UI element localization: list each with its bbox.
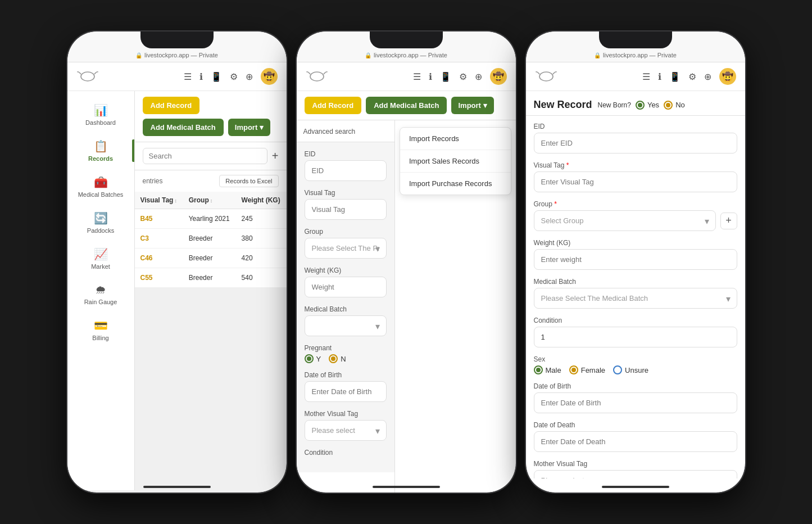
group-cell-2: Breeder [183,229,236,249]
weight-group-3: Weight (KG) [534,239,737,270]
dob-input-2[interactable] [305,381,387,402]
phone-icon-2[interactable]: 📱 [440,71,451,82]
avatar-3[interactable]: 🤠 [719,68,736,85]
eid-input-3[interactable] [534,133,737,153]
dod-input-3[interactable] [534,431,737,452]
sidebar-1: 📊 Dashboard 📋 Records 🧰 Medical Batches … [67,91,135,490]
search-input-1[interactable] [143,148,267,164]
condition-label-3: Condition [534,317,737,324]
visual-tag-label-3: Visual Tag * [534,161,737,169]
group-form-group-2: Group Please Select The Product [305,228,387,259]
import-records-item[interactable]: Import Records [400,128,511,150]
hamburger-icon-2[interactable]: ☰ [413,71,421,82]
group-select-2[interactable]: Please Select The Product [305,238,387,259]
adv-search-label[interactable]: Advanced search [303,128,356,135]
sidebar-item-dashboard[interactable]: 📊 Dashboard [67,97,134,133]
app-header-2: ☰ ℹ 📱 ⚙ ⊕ 🤠 [297,62,516,91]
mother-select-2[interactable]: Please select [305,420,387,441]
mother-label-2: Mother Visual Tag [305,410,387,418]
female-radio-item[interactable]: Female [569,365,605,374]
condition-input-3[interactable] [534,327,737,347]
avatar-2[interactable]: 🤠 [490,68,507,85]
medical-select-2[interactable] [305,315,387,336]
phone-icon-1[interactable]: 📱 [211,71,222,82]
visual-tag-group-3: Visual Tag * [534,161,737,192]
no-radio[interactable] [664,101,673,110]
visual-tag-group-2: Visual Tag [305,189,387,220]
info-icon-3[interactable]: ℹ [658,71,661,82]
search-plus-1[interactable]: + [272,150,279,162]
move-icon-3[interactable]: ⊕ [704,71,711,82]
no-radio-item[interactable]: No [664,101,685,110]
import-sales-item[interactable]: Import Sales Records [400,150,511,173]
settings-icon-1[interactable]: ⚙ [230,71,238,82]
unsure-radio-item[interactable]: Unsure [613,365,648,374]
sidebar-item-rain[interactable]: 🌧 Rain Gauge [67,277,134,312]
medical-select-3[interactable]: Please Select The Medical Batch [534,288,737,309]
add-medical-button-2[interactable]: Add Medical Batch [366,97,447,114]
tag-link-c3[interactable]: C3 [140,234,149,242]
weight-label-2: Weight (KG) [305,266,387,274]
female-radio[interactable] [569,365,578,374]
weight-cell-4: 540 [236,268,287,288]
sidebar-item-billing[interactable]: 💳 Billing [67,312,134,348]
pregnant-n-radio[interactable] [329,354,338,363]
table-row: B45 Yearling 2021 245 [135,209,287,229]
male-radio[interactable] [534,365,543,374]
tag-link-b45[interactable]: B45 [140,215,153,223]
tag-link-c55[interactable]: C55 [140,274,153,282]
sidebar-label-paddocks: Paddocks [87,227,114,234]
sidebar-item-market[interactable]: 📈 Market [67,241,134,277]
import-purchase-item[interactable]: Import Purchase Records [400,173,511,195]
import-button-1[interactable]: Import ▾ [228,119,270,136]
yes-radio[interactable] [636,101,645,110]
import-arrow-2: ▾ [483,101,487,110]
sidebar-item-medical[interactable]: 🧰 Medical Batches [67,169,134,205]
sidebar-label-medical: Medical Batches [78,191,124,198]
phone-icon-3[interactable]: 📱 [669,71,681,82]
sidebar-item-records[interactable]: 📋 Records [67,133,134,169]
tag-link-c46[interactable]: C46 [140,254,153,262]
unsure-radio[interactable] [613,365,622,374]
male-radio-item[interactable]: Male [534,365,561,374]
avatar-1[interactable]: 🤠 [261,68,278,85]
settings-icon-3[interactable]: ⚙ [688,71,696,82]
pregnant-group-2: Pregnant Y N [305,344,387,363]
eid-input-2[interactable] [305,160,387,181]
group-select-wrapper-3: Select Group [534,210,716,231]
table-row: C55 Breeder 540 [135,268,287,288]
condition-label-2: Condition [305,449,387,457]
weight-input-3[interactable] [534,249,737,270]
export-button-1[interactable]: Records to Excel [219,175,278,187]
records-icon: 📋 [94,139,108,153]
group-add-button-3[interactable]: + [720,213,737,229]
info-icon-2[interactable]: ℹ [429,71,432,82]
add-record-button-2[interactable]: Add Record [305,97,362,114]
yes-radio-item[interactable]: Yes [636,101,659,110]
hamburger-icon-1[interactable]: ☰ [184,71,192,82]
sidebar-item-paddocks[interactable]: 🔄 Paddocks [67,205,134,241]
pregnant-y-radio[interactable] [305,354,314,363]
pregnant-n-item[interactable]: N [329,354,346,363]
hamburger-icon-3[interactable]: ☰ [642,71,650,82]
add-record-button-1[interactable]: Add Record [143,97,200,114]
move-icon-2[interactable]: ⊕ [475,71,482,82]
group-cell-4: Breeder [183,268,236,288]
visual-tag-input-3[interactable] [534,171,737,192]
import-button-2[interactable]: Import ▾ [451,97,493,114]
settings-icon-2[interactable]: ⚙ [459,71,467,82]
pregnant-y-item[interactable]: Y [305,354,321,363]
move-icon-1[interactable]: ⊕ [246,71,253,82]
dob-input-3[interactable] [534,392,737,413]
info-icon-1[interactable]: ℹ [199,71,203,82]
visual-tag-input-2[interactable] [305,199,387,220]
toolbar-1: Add Record Add Medical Batch Import ▾ [135,91,287,142]
logo-2 [306,68,328,85]
mother-select-3[interactable]: Please select [534,470,737,478]
weight-input-2[interactable] [305,277,387,297]
add-medical-button-1[interactable]: Add Medical Batch [143,119,224,136]
mother-label-3: Mother Visual Tag [534,460,737,468]
rain-icon: 🌧 [95,283,106,296]
group-select-3[interactable]: Select Group [534,210,716,231]
mother-select-wrapper-3: Please select [534,470,737,478]
